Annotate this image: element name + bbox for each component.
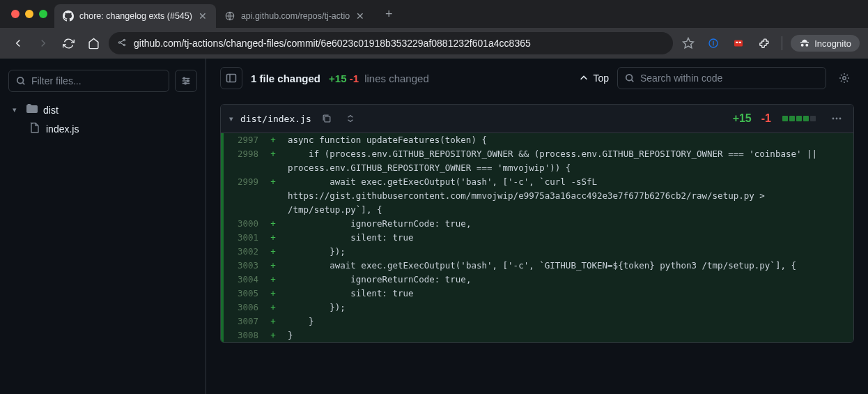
separator [782,36,782,50]
addition-marker: + [265,287,281,301]
file-additions: +15 [733,112,752,125]
svg-point-12 [187,80,189,82]
line-number: 3006 [224,301,265,315]
file-tree-sidebar: Filter files... ▾ dist index.js [0,59,206,394]
close-tab-icon[interactable]: ✕ [355,11,365,21]
expand-file-button[interactable] [342,110,359,127]
addition-marker: + [265,217,281,231]
file-deletions: -1 [761,112,771,125]
incognito-label: Incognito [814,38,851,49]
file-path[interactable]: dist/index.js [240,114,311,124]
diff-line-addition[interactable]: 3007+ } [221,315,853,328]
code-content: async function updateFeatures(token) { [281,133,853,147]
diff-line-addition[interactable]: 3001+ silent: true [221,231,853,245]
addition-marker: + [265,133,281,147]
tree-file[interactable]: index.js [8,119,197,138]
addition-marker: + [265,259,281,273]
svg-rect-7 [734,40,743,47]
line-number: 3000 [224,217,265,231]
filter-placeholder: Filter files... [31,75,82,86]
code-content: await exec.getExecOutput('bash', ['-c', … [281,175,853,217]
diff-body[interactable]: 2997+async function updateFeatures(token… [221,133,853,342]
search-code-input[interactable]: Search within code [617,67,826,89]
globe-icon [224,10,235,22]
reload-button[interactable] [59,33,78,53]
svg-marker-4 [683,38,694,48]
scroll-top-link[interactable]: Top [579,73,609,84]
code-content: }); [281,245,853,259]
browser-tab-inactive[interactable]: api.github.com/repos/tj-actio ✕ [216,4,373,28]
diff-line-addition[interactable]: 3002+ }); [221,245,853,259]
diff-line-addition[interactable]: 3004+ ignoreReturnCode: true, [221,273,853,287]
svg-point-10 [17,77,24,84]
browser-titlebar: chore: changelog exts (#545) ✕ api.githu… [0,0,868,28]
diff-line-addition[interactable]: 2999+ await exec.getExecOutput('bash', [… [221,175,853,217]
line-number: 3003 [224,259,265,273]
file-icon [29,122,40,135]
diff-line-addition[interactable]: 3003+ await exec.getExecOutput('bash', [… [221,259,853,273]
site-info-icon[interactable] [117,38,127,50]
code-content: await exec.getExecOutput('bash', ['-c', … [281,259,853,273]
code-content: ignoreReturnCode: true, [281,217,853,231]
maximize-window-button[interactable] [39,10,47,18]
line-number: 3001 [224,231,265,245]
top-label: Top [593,73,609,84]
file-menu-button[interactable] [828,110,845,127]
chevron-down-icon[interactable]: ▾ [229,114,233,123]
browser-tab-active[interactable]: chore: changelog exts (#545) ✕ [54,4,216,28]
extension-icon[interactable] [704,33,723,53]
diff-main: 1 file changed +15 -1 lines changed Top … [206,59,868,394]
tree-folder[interactable]: ▾ dist [8,100,197,119]
copy-path-button[interactable] [318,110,335,127]
address-bar[interactable]: github.com/tj-actions/changed-files/comm… [109,32,673,54]
tree-settings-button[interactable] [175,70,197,92]
minimize-window-button[interactable] [25,10,33,18]
svg-point-19 [836,118,838,120]
extension-icon-2[interactable] [729,33,748,53]
code-content: silent: true [281,231,853,245]
extensions-button[interactable] [754,33,773,53]
diff-line-addition[interactable]: 3008+} [221,328,853,342]
svg-rect-17 [325,116,330,122]
filter-files-input[interactable]: Filter files... [8,70,169,92]
addition-marker: + [265,175,281,217]
search-placeholder: Search within code [640,73,722,84]
line-number: 3005 [224,287,265,301]
incognito-badge[interactable]: Incognito [791,35,860,52]
line-number: 3008 [224,328,265,342]
lines-changed-label: lines changed [364,73,429,84]
svg-rect-8 [736,42,738,43]
close-tab-icon[interactable]: ✕ [198,11,208,21]
file-diff-block: ▾ dist/index.js +15 -1 2997+async fun [220,104,854,343]
code-content: ignoreReturnCode: true, [281,273,853,287]
github-icon [63,10,74,22]
diff-line-addition[interactable]: 3005+ silent: true [221,287,853,301]
addition-marker: + [265,273,281,287]
home-button[interactable] [84,33,103,53]
svg-point-2 [123,39,125,40]
addition-marker: + [265,147,281,175]
bookmark-button[interactable] [679,33,698,53]
folder-icon [26,103,38,116]
deletions-count: -1 [350,73,359,84]
diff-line-addition[interactable]: 2998+ if (process.env.GITHUB_REPOSITORY_… [221,147,853,175]
svg-point-11 [183,77,185,79]
diff-line-addition[interactable]: 3000+ ignoreReturnCode: true, [221,217,853,231]
svg-rect-6 [713,41,714,46]
svg-point-3 [123,44,125,45]
addition-marker: + [265,315,281,328]
toggle-sidebar-button[interactable] [220,67,242,89]
forward-button[interactable] [33,33,53,53]
diff-line-addition[interactable]: 3006+ }); [221,301,853,315]
back-button[interactable] [8,33,28,53]
new-tab-button[interactable]: + [379,4,398,24]
line-number: 3004 [224,273,265,287]
close-window-button[interactable] [11,10,20,18]
browser-toolbar: github.com/tj-actions/changed-files/comm… [0,28,868,59]
diff-line-addition[interactable]: 2997+async function updateFeatures(token… [221,133,853,147]
code-content: }); [281,301,853,315]
diff-settings-button[interactable] [835,68,854,88]
svg-point-20 [839,118,842,120]
addition-marker: + [265,245,281,259]
code-content: silent: true [281,287,853,301]
